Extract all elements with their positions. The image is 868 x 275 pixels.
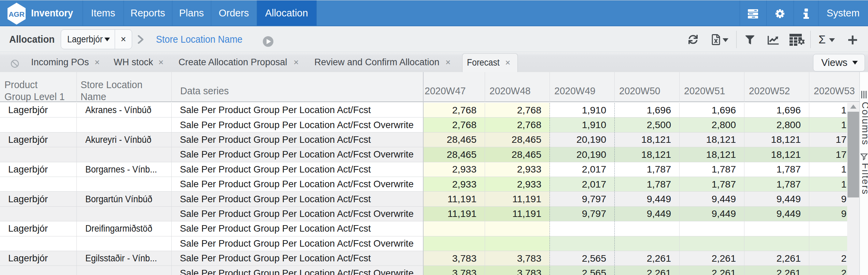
svg-text:AGR: AGR <box>9 10 25 18</box>
